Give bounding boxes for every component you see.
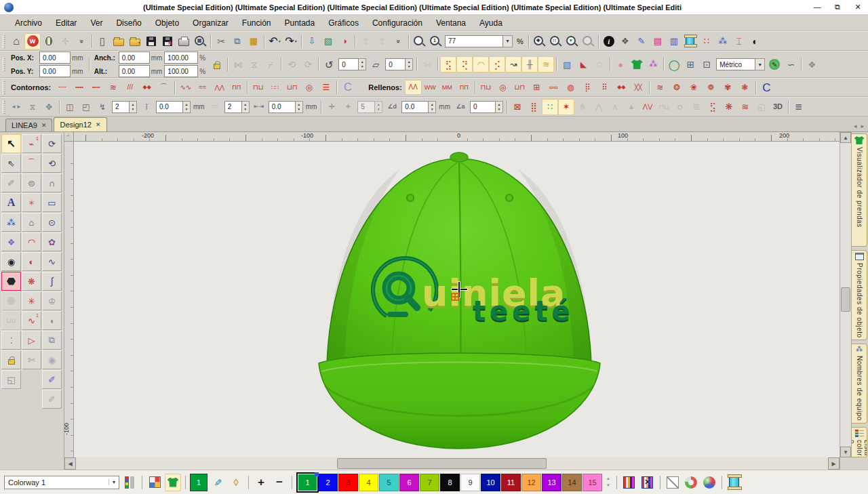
spacing-field[interactable]: 0.0: [269, 101, 296, 113]
outline-coil-icon[interactable]: ◎: [300, 80, 317, 95]
palette-color-7[interactable]: 7: [420, 474, 439, 491]
scroll-right-icon[interactable]: ▶: [828, 457, 840, 470]
redo-icon[interactable]: ↷▾: [283, 33, 299, 49]
zoom-to-garment-icon[interactable]: ▼: [564, 33, 580, 49]
monogram-tool[interactable]: ❖: [1, 232, 21, 251]
rotate-icon[interactable]: ↺: [321, 56, 337, 73]
open-recent-icon[interactable]: ◔: [127, 33, 143, 49]
motif-run-icon[interactable]: ⡪: [489, 56, 505, 73]
colorway-editor-button[interactable]: [121, 474, 138, 491]
close-button[interactable]: ✕: [848, 3, 868, 12]
team-names-icon[interactable]: ⁂: [715, 33, 731, 49]
leaf-outline-icon[interactable]: ◠: [473, 56, 489, 73]
target-circle-tool[interactable]: ◉: [1, 252, 21, 271]
target-hex-tool[interactable]: [1, 272, 21, 291]
color-sphere-button[interactable]: [701, 474, 717, 491]
more-tools-icon[interactable]: »: [390, 33, 406, 49]
auto-digitize-icon[interactable]: ✎: [766, 56, 783, 73]
offset-field-spinner[interactable]: ▲▼: [183, 101, 191, 113]
wave-fill-effect-icon[interactable]: ⣫: [705, 99, 721, 115]
fill-m-icon[interactable]: MM: [439, 80, 456, 95]
no-color-button[interactable]: [665, 474, 681, 491]
stumpwork-tool[interactable]: ✄: [22, 350, 41, 369]
thread-chart-match-button[interactable]: [639, 474, 656, 491]
fill-grid-icon[interactable]: ⊞: [528, 80, 545, 95]
vertical-scrollbar[interactable]: ▲ ▼: [840, 132, 851, 457]
menu-diseno[interactable]: Diseño: [109, 16, 148, 30]
palette-color-2[interactable]: 2: [318, 474, 338, 491]
fill-ornament4-icon[interactable]: ❃: [736, 80, 753, 95]
mirror-x-icon[interactable]: ⋈: [230, 56, 246, 73]
minimize-button[interactable]: —: [807, 3, 827, 12]
send-to-graphics-icon[interactable]: ✣: [57, 33, 73, 49]
star-tool[interactable]: ✶: [22, 193, 41, 212]
wreath-points-field-spinner[interactable]: ▲▼: [130, 101, 137, 113]
palette-color-3[interactable]: 3: [338, 474, 358, 491]
tab-linea9-close-icon[interactable]: ✕: [41, 122, 47, 129]
graphics-mode-icon[interactable]: [41, 33, 57, 49]
outline-wave2-icon[interactable]: ≈≈: [194, 80, 211, 95]
smooth-curve-icon[interactable]: ∽: [783, 56, 799, 73]
stagger-field[interactable]: 5: [357, 101, 375, 113]
fill-cross-icon[interactable]: ╳╳: [630, 80, 647, 95]
team-names-tool[interactable]: ⁂: [1, 213, 21, 232]
shapes-tool[interactable]: ✿: [42, 232, 62, 251]
crown-tool[interactable]: ♔: [42, 291, 62, 310]
radial-fill-icon[interactable]: ❋: [721, 99, 737, 115]
thread-chart-button[interactable]: [621, 474, 637, 491]
fill-spiral-icon[interactable]: ❂: [669, 80, 686, 95]
feather-right-icon[interactable]: ∧: [607, 99, 623, 115]
lock-stitches-tool[interactable]: [1, 350, 21, 369]
panel-tab-color-list[interactable]: Lista color-o: [852, 427, 867, 457]
outline-bars-icon[interactable]: ☰: [317, 80, 334, 95]
measure-tool[interactable]: ✐: [1, 173, 21, 192]
home-icon[interactable]: ⌂: [8, 33, 24, 49]
center-both-icon[interactable]: ✥: [41, 99, 57, 115]
branch-cut-icon[interactable]: ✄: [419, 56, 435, 73]
print-preview-icon[interactable]: ▤: [192, 33, 208, 49]
feather-both-icon[interactable]: ▲: [623, 99, 639, 115]
palette-color-10[interactable]: 10: [481, 474, 500, 491]
circle-split-tool[interactable]: ◐: [22, 252, 41, 271]
frame-effect-icon[interactable]: ◱: [753, 99, 770, 115]
cut-icon[interactable]: ✂: [213, 33, 229, 49]
texture-grid-icon[interactable]: ⊠: [509, 99, 526, 115]
zoom-to-selection-icon[interactable]: ∷: [547, 33, 564, 49]
needle-blue-tool[interactable]: ✐: [42, 370, 62, 389]
current-color-swatch[interactable]: 1: [190, 474, 208, 491]
menu-ver[interactable]: Ver: [83, 16, 109, 30]
outline-wave1-icon[interactable]: ∿∿: [177, 80, 194, 95]
add-color-button[interactable]: +: [253, 474, 269, 491]
zoom-level-combo-arrow[interactable]: ▾: [503, 35, 513, 47]
freehand-open-tool[interactable]: ʃ: [42, 272, 62, 291]
zoom-previous-icon[interactable]: [580, 33, 596, 49]
fill-square-wave-icon[interactable]: ⊓⊔: [477, 80, 494, 95]
pos-x-field[interactable]: 0.00: [39, 52, 71, 64]
rotate-cw-45-icon[interactable]: ⟳: [300, 56, 316, 73]
stagger-field-spinner[interactable]: ▲▼: [375, 101, 382, 113]
menu-editar[interactable]: Editar: [49, 16, 83, 30]
mirror-kaleidoscope-icon[interactable]: ◰: [78, 99, 94, 115]
zoom-level-combo[interactable]: 77: [445, 35, 503, 47]
undo-icon[interactable]: ↶▾: [267, 33, 283, 49]
colorway-select[interactable]: Colorway 1 ▾: [4, 476, 119, 489]
colorway-dropdown-icon[interactable]: ▾: [108, 479, 119, 485]
outline-run-icon[interactable]: ╌╌: [54, 80, 71, 95]
outline-arc-icon[interactable]: ⌒: [155, 80, 172, 95]
ellipse-3d-tool[interactable]: ⊜: [22, 173, 41, 192]
stitch-points-icon[interactable]: ↝: [505, 56, 521, 73]
wheel-spoke-tool[interactable]: ✳: [22, 291, 41, 310]
menu-ayuda[interactable]: Ayuda: [473, 16, 509, 30]
closed-curve-icon[interactable]: Ϲ: [339, 80, 356, 95]
export-design-icon[interactable]: ❀: [159, 33, 176, 49]
hoop-icon[interactable]: ◯: [666, 56, 682, 73]
outline-square-wave-icon[interactable]: ⊓⊔: [250, 80, 267, 95]
palette-spinner[interactable]: ▲▼: [604, 476, 612, 489]
rotate-field-spinner[interactable]: ▲▼: [359, 58, 366, 70]
distance-field-spinner[interactable]: ▲▼: [429, 101, 436, 113]
digitize-line-tool[interactable]: ∿1: [22, 311, 41, 330]
measurement-combo-arrow[interactable]: ▾: [755, 58, 765, 70]
copy-icon[interactable]: ⧉: [229, 33, 245, 49]
design-notes-icon[interactable]: ✎: [633, 33, 650, 49]
fill-diamonds-icon[interactable]: ◆◆: [613, 80, 630, 95]
